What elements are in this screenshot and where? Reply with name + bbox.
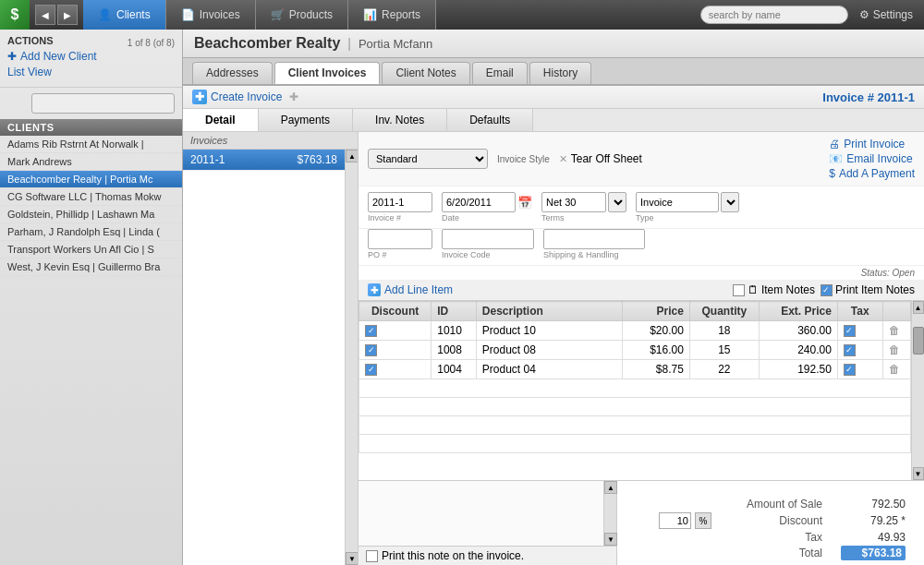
scroll-down-arrow[interactable]: ▼ [346,552,358,565]
row2-delete-icon[interactable]: 🗑 [889,343,900,356]
po-input[interactable] [368,229,432,249]
search-input[interactable] [700,6,848,24]
amount-of-sale-value: 792.50 [841,498,906,511]
note-textarea[interactable] [359,481,603,546]
nav-back-button[interactable]: ◀ [35,5,55,25]
invoice-code-input[interactable] [442,229,534,249]
detail-tab-inv-notes[interactable]: Inv. Notes [353,109,447,131]
row1-discount-cell[interactable]: ✓ [359,321,432,341]
row2-discount-checkbox[interactable]: ✓ [365,344,377,356]
row3-discount-checkbox[interactable]: ✓ [365,364,377,376]
col-header-description: Description [476,302,622,321]
client-item-6[interactable]: Parham, J Randolph Esq | Linda ( [0,223,182,241]
item-notes-checkbox[interactable] [733,284,745,296]
add-line-item-button[interactable]: ✚ Add Line Item [368,283,453,296]
nav-tab-invoices[interactable]: 📄 Invoices [166,0,256,30]
row2-delete-cell[interactable]: 🗑 [882,341,910,360]
app-logo: $ [0,0,30,30]
row1-tax-cell[interactable]: ✓ [837,321,882,341]
row1-tax-checkbox[interactable]: ✓ [844,325,856,337]
terms-input[interactable] [541,192,606,212]
calendar-icon[interactable]: 📅 [517,196,532,210]
settings-button[interactable]: ⚙ Settings [848,8,924,21]
client-item-7[interactable]: Transport Workers Un Afl Cio | S [0,241,182,258]
style-label: Invoice Style [497,154,550,164]
row3-delete-cell[interactable]: 🗑 [882,360,910,379]
list-view-button[interactable]: List View [7,66,175,78]
client-item-4[interactable]: CG Software LLC | Thomas Mokw [0,188,182,206]
invoice-list-scrollbar[interactable]: ▲ ▼ [345,150,358,565]
invoice-list-col: Invoices 2011-1 $763.18 ▲ ▼ [183,132,359,565]
nav-tab-products[interactable]: 🛒 Products [256,0,348,30]
line-items-table: Discount ID Description Price Quantity E… [359,301,911,453]
tearoff-close-icon[interactable]: ✕ [559,153,567,165]
row3-tax-checkbox[interactable]: ✓ [844,364,856,376]
create-invoice-button[interactable]: ✚ Create Invoice [192,90,282,104]
client-item-5[interactable]: Goldstein, Phillidp | Lashawn Ma [0,206,182,223]
row3-discount-cell[interactable]: ✓ [359,360,432,379]
nav-tab-reports[interactable]: 📊 Reports [348,0,436,30]
date-input[interactable] [442,192,516,212]
row1-discount-checkbox[interactable]: ✓ [365,325,377,337]
type-select[interactable]: ▼ [721,192,739,212]
client-name: Beachcomber Realty [194,35,340,52]
top-nav: $ ◀ ▶ 👤 Clients 📄 Invoices 🛒 Products 📊 … [0,0,924,30]
tab-client-notes[interactable]: Client Notes [382,62,469,84]
row3-delete-icon[interactable]: 🗑 [889,363,900,376]
client-item-2[interactable]: Mark Andrews [0,153,182,171]
shipping-input[interactable] [543,229,645,249]
tab-history[interactable]: History [529,62,591,84]
print-item-notes-checkbox-label[interactable]: ✓ Print Item Notes [821,283,915,296]
invoice-fields: Invoice # 📅 Date ▼ [359,186,924,229]
col-header-price: Price [622,302,689,321]
line-scroll-down[interactable]: ▼ [913,467,924,480]
nav-tab-clients[interactable]: 👤 Clients [83,0,166,30]
add-new-client-button[interactable]: ✚ Add New Client [7,50,175,63]
col-header-ext-price: Ext. Price [759,302,837,321]
discount-pct-input[interactable] [659,512,691,529]
clients-nav-label: Clients [116,8,151,21]
row3-desc: Product 04 [476,360,622,379]
line-scroll-up[interactable]: ▲ [913,301,924,314]
invoice-panel: ✚ Create Invoice ✚ Invoice # 2011-1 Deta… [183,86,924,565]
row2-tax-checkbox[interactable]: ✓ [844,344,856,356]
row3-tax-cell[interactable]: ✓ [837,360,882,379]
tab-client-invoices[interactable]: Client Invoices [274,62,381,84]
client-search-input[interactable] [31,93,175,114]
print-actions: 🖨 Print Invoice 📧 Email Invoice $ Add A … [829,138,915,180]
tab-addresses[interactable]: Addresses [192,62,273,84]
invoice-list-item-1[interactable]: 2011-1 $763.18 [183,150,345,171]
discount-pct-button[interactable]: % [695,512,711,529]
client-item-8[interactable]: West, J Kevin Esq | Guillermo Bra [0,258,182,276]
note-scrollbar[interactable]: ▲ ▼ [603,481,616,546]
note-area: ▲ ▼ Print this note on the invoice. [359,481,617,565]
detail-tab-payments[interactable]: Payments [259,109,353,131]
add-payment-button[interactable]: $ Add A Payment [829,167,915,180]
scroll-up-arrow[interactable]: ▲ [346,150,358,162]
invoice-num-input[interactable] [368,192,432,212]
client-item-3[interactable]: Beachcomber Realty | Portia Mc [0,171,182,188]
invoice-style-select[interactable]: Standard Detailed Simple [368,149,488,169]
detail-tab-defaults[interactable]: Defaults [447,109,533,131]
detail-tab-detail[interactable]: Detail [183,109,259,131]
row1-delete-icon[interactable]: 🗑 [889,324,900,337]
print-icon: 🖨 [829,138,840,150]
line-items-scrollbar[interactable]: ▲ ▼ [911,301,924,480]
type-input[interactable] [636,192,719,212]
nav-forward-button[interactable]: ▶ [57,5,78,25]
print-note-checkbox[interactable] [366,550,378,562]
terms-select[interactable]: ▼ [608,192,626,212]
row2-discount-cell[interactable]: ✓ [359,341,432,360]
note-textarea-wrapper: ▲ ▼ [359,481,616,546]
print-invoice-button[interactable]: 🖨 Print Invoice [829,138,915,150]
tab-email[interactable]: Email [472,62,528,84]
email-invoice-button[interactable]: 📧 Email Invoice [829,152,915,165]
client-item-1[interactable]: Adams Rib Rstrnt At Norwalk | [0,136,182,153]
print-item-notes-checkbox[interactable]: ✓ [821,284,833,296]
row1-delete-cell[interactable]: 🗑 [882,321,910,341]
invoices-nav-label: Invoices [200,8,240,21]
row2-tax-cell[interactable]: ✓ [837,341,882,360]
sidebar-search-area [7,93,175,114]
item-notes-checkbox-label[interactable]: 🗒 Item Notes [733,283,815,296]
row2-extprice: 240.00 [759,341,837,360]
